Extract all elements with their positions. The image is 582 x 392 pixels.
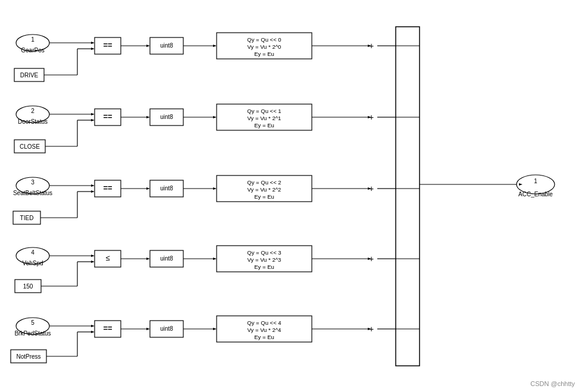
svg-rect-136 [396,27,420,366]
svg-text:Vy = Vu * 2^4: Vy = Vu * 2^4 [248,327,281,333]
svg-text:VehSpd: VehSpd [22,260,43,266]
svg-text:+: + [369,254,374,264]
svg-text:DRIVE: DRIVE [20,72,39,79]
svg-text:5: 5 [31,319,35,326]
svg-text:GearPos: GearPos [21,47,44,54]
svg-text:Qy = Qu << 0: Qy = Qu << 0 [247,36,281,43]
svg-text:TIED: TIED [20,215,34,221]
svg-text:==: == [103,40,112,49]
svg-text:Vy = Vu * 2^2: Vy = Vu * 2^2 [248,186,281,193]
svg-text:Ey = Eu: Ey = Eu [254,193,274,200]
svg-text:Ey = Eu: Ey = Eu [254,334,274,340]
svg-text:Qy = Qu << 1: Qy = Qu << 1 [247,108,281,114]
svg-text:ACC_Enable: ACC_Enable [518,191,553,197]
svg-text:uint8: uint8 [160,42,173,49]
svg-text:DoorStatus: DoorStatus [18,118,48,125]
svg-text:SeatBeltStatus: SeatBeltStatus [13,190,52,196]
svg-text:uint8: uint8 [160,255,173,262]
svg-text:Qy = Qu << 2: Qy = Qu << 2 [247,179,281,186]
svg-text:+: + [369,112,374,122]
svg-text:==: == [103,183,112,192]
svg-text:Vy = Vu * 2^3: Vy = Vu * 2^3 [248,256,281,263]
svg-text:1: 1 [31,36,35,43]
svg-text:150: 150 [23,283,33,290]
svg-text:2: 2 [31,108,35,114]
svg-text:CLOSE: CLOSE [20,143,40,150]
svg-text:uint8: uint8 [160,114,173,120]
svg-text:BrkPedStatus: BrkPedStatus [14,330,51,337]
svg-text:uint8: uint8 [160,185,173,192]
svg-text:Qy = Qu << 3: Qy = Qu << 3 [247,249,281,256]
svg-text:Vy = Vu * 2^1: Vy = Vu * 2^1 [248,115,281,121]
svg-text:==: == [103,324,112,333]
svg-text:+: + [369,324,374,334]
svg-text:Ey = Eu: Ey = Eu [254,122,274,128]
svg-text:1: 1 [534,178,537,184]
svg-text:Ey = Eu: Ey = Eu [254,51,274,57]
svg-text:+: + [369,184,374,193]
svg-text:≤: ≤ [105,253,109,262]
svg-text:Ey = Eu: Ey = Eu [254,264,274,270]
svg-text:Qy = Qu << 4: Qy = Qu << 4 [247,319,281,326]
svg-text:+: + [369,41,374,51]
svg-text:uint8: uint8 [160,325,173,332]
svg-text:4: 4 [31,249,35,256]
svg-text:NotPress: NotPress [16,353,40,360]
watermark: CSDN @chhtty [530,380,575,387]
svg-text:==: == [103,112,112,121]
svg-text:Vy = Vu * 2^0: Vy = Vu * 2^0 [248,43,281,50]
diagram-container: 1 GearPos DRIVE == uint8 Qy = Qu << 0 Vy… [0,0,582,392]
svg-text:3: 3 [31,179,35,186]
